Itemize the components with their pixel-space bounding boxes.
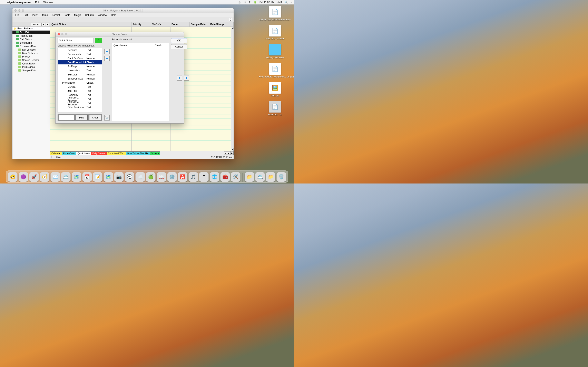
dock-app[interactable]: 📁 [266,172,276,182]
dock-app[interactable]: 🟣 [19,172,28,182]
folder-name-input[interactable] [58,38,94,43]
tab-next-icon[interactable]: ▶ [227,151,230,155]
folder-row[interactable]: DependsText [58,48,102,52]
dock-app[interactable]: 📖 [157,172,166,182]
status-user[interactable]: staff [277,1,282,4]
app-menu-file[interactable]: File [14,13,21,17]
desktop-icon[interactable]: 📄wood_texture_background...05.jpg!d [258,63,292,78]
notebook-tab[interactable]: Daily Journal [91,151,107,155]
dock-app[interactable]: ⚙️ [167,172,177,182]
notebook-tab[interactable]: Completed Work [107,151,126,155]
dock-app[interactable]: 📁 [245,172,254,182]
status-clock[interactable]: Sat 11:02 PM [259,1,274,4]
window-titlebar[interactable]: OSX - Polywick StoryServer 1.0.20.0 [12,8,233,13]
notebook-tab[interactable]: How To Use This File [126,151,150,155]
dock-app[interactable]: 🗺️ [104,172,113,182]
folder-row[interactable]: Mr./Ms.Text [58,85,102,89]
tree-item[interactable]: Search Results [12,58,50,62]
app-menu-view[interactable]: View [30,13,39,17]
tree-item[interactable]: +Scheduling [12,41,50,44]
tree-item[interactable]: Quick Notes [12,62,50,65]
dock-app[interactable]: 🍏 [146,172,156,182]
folder-row[interactable]: ExtraFontSizeNumber [58,77,102,81]
remove-arrow-icon[interactable]: ⬅ [104,56,110,61]
folder-row[interactable]: ExtFlagsNumber [58,64,102,68]
add-arrow-icon[interactable]: ➡ [104,49,110,54]
dock-app[interactable]: F [199,172,209,182]
folder-row[interactable]: BGColorNumber [58,73,102,77]
dock-app[interactable]: 😀 [8,172,17,182]
dock-app[interactable]: 🧰 [221,172,230,182]
desktop-icon[interactable]: 🖼️skull.jpg [258,82,292,97]
app-menu-window[interactable]: Window [96,13,108,17]
notebook-tab[interactable]: Quick Notes [76,151,91,155]
spotlight-icon[interactable]: 🔍 [285,1,288,4]
dock-app[interactable]: ☁️ [136,172,145,182]
folder-row[interactable]: Address 2 - BusinessText [58,101,102,105]
app-menu-column[interactable]: Column [83,13,95,17]
c-button[interactable]: C [95,38,102,43]
folder-dropdown-icon[interactable]: ▼ [42,23,45,26]
dock-app[interactable]: 📇 [61,172,71,182]
close-icon[interactable] [15,9,17,12]
dock-app[interactable]: 🛠️ [231,172,241,182]
tree-item[interactable]: Net Location [12,48,50,51]
tree-item[interactable]: +PhoneBook [12,34,50,38]
zoom-icon[interactable] [22,9,24,12]
status-box-2[interactable] [204,156,207,158]
notebook-tab[interactable]: PhoneBook [62,151,76,155]
dock-app[interactable]: 🌐 [210,172,219,182]
app-menu-tools[interactable]: Tools [62,13,72,17]
folder-row[interactable]: LinkAnchorText [58,68,102,73]
tab-end-icon[interactable]: ▶ [230,151,233,155]
folder-row[interactable]: GanttBarColorNumber [58,56,102,60]
folder-button[interactable]: Folder [31,23,41,26]
status-battery-icon[interactable]: 🔋 [254,1,257,4]
find-button[interactable]: Find [76,115,87,120]
dock-app[interactable]: 🚀 [29,172,39,182]
minimize-icon[interactable] [18,9,20,12]
binoculars-icon[interactable]: 🔭 [104,115,110,120]
menubar-window[interactable]: Window [43,1,53,4]
dock-app[interactable]: 🎵 [189,172,198,182]
desktop-icon[interactable]: 📄Macintosh HD [258,101,292,116]
app-menu-help[interactable]: Help [109,13,118,17]
status-wifi-icon[interactable]: ⚲ [249,1,251,4]
folder-row[interactable]: DependentsText [58,52,102,56]
col-priority[interactable]: Priority [131,22,151,26]
dock-app[interactable]: 🅰️ [178,172,187,182]
clear-button[interactable]: Clear [89,115,101,120]
move-up-icon[interactable]: ⬆ [177,75,182,81]
move-down-icon[interactable]: ⬇ [184,75,189,81]
dock-app[interactable]: 📅 [82,172,92,182]
dock-app[interactable]: 🗺️ [72,172,81,182]
desktop-icon[interactable]: 📄CHRISTEN_workflowSummary [258,6,292,21]
col-sample-data[interactable]: Sample Data [190,22,209,26]
col-todos[interactable]: To-Do's [151,22,170,26]
vertical-scrollbar[interactable]: ▲ ▼ [231,27,233,151]
spin-button[interactable]: ▲▼ [229,18,232,21]
app-menu-format[interactable]: Format [50,13,62,17]
folder-tree[interactable]: 📁 Ecco Folders +EccoExt+PhoneBook+Call S… [12,27,50,159]
folder-row[interactable]: City - BusinessText [58,105,102,109]
app-menu-edit[interactable]: Edit [22,13,30,17]
dock-app[interactable]: 💬 [125,172,134,182]
menubar-app-name[interactable]: polywickstoryserver [6,1,31,4]
col-quick-notes[interactable]: Quick Notes: [50,22,131,26]
find-combo[interactable] [59,115,74,120]
col-done[interactable]: Done [170,22,190,26]
tree-item[interactable]: Sample Data [12,69,50,72]
menubar-edit[interactable]: Edit [35,1,40,4]
status-java-icon[interactable]: ☕ [238,1,241,4]
tree-item[interactable]: +Call Status [12,38,50,41]
folder-row[interactable]: PhoneBookCheck [58,81,102,85]
col-date-stamp[interactable]: Date Stamp [209,22,233,26]
dock-app[interactable]: 📇 [255,172,265,182]
ok-button[interactable]: OK [171,38,187,43]
desktop-icon[interactable]: 📄PAG-IBIG_christen [258,25,292,40]
dock-app[interactable]: ✉️ [51,172,60,182]
selected-folder-row[interactable]: Quick NotesCheck [112,43,169,47]
tab-prev-icon[interactable]: ◀ [224,151,227,155]
desktop-icon[interactable]: PROJ_CHRISTEN [258,44,292,59]
control-center-icon[interactable]: ≡ [291,1,292,4]
